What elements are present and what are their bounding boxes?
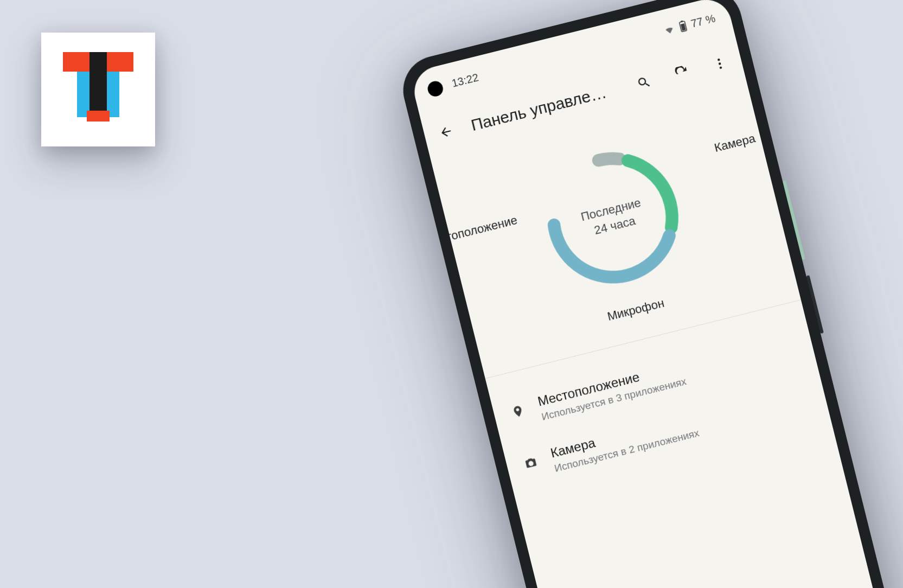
svg-point-7 [718,58,720,61]
page-title: Панель управле… [469,80,621,135]
back-button[interactable] [430,116,462,148]
location-pin-icon [508,401,529,422]
donut-center-label: Последние 24 часа [527,132,698,303]
status-time: 13:22 [451,71,480,90]
battery-icon [678,19,688,33]
svg-rect-5 [681,20,683,22]
search-button[interactable] [628,67,659,98]
svg-point-9 [719,66,722,69]
phone-mockup: 13:22 77 % [396,0,903,588]
svg-rect-2 [89,52,107,111]
chart-label-microphone[interactable]: Микрофон [606,296,665,324]
overflow-menu-button[interactable] [704,48,735,79]
battery-percent: 77 % [689,12,716,30]
camera-icon [520,452,541,474]
phone-body: 13:22 77 % [396,0,903,588]
refresh-button[interactable] [666,57,697,89]
svg-point-8 [718,62,721,65]
phone-screen: 13:22 77 % [409,0,890,588]
brand-logo-card [41,33,155,146]
chart-label-camera[interactable]: Камера [713,131,757,155]
chart-label-location[interactable]: естоположение [432,213,518,247]
svg-rect-3 [87,111,110,122]
brand-logo [63,52,133,128]
wifi-icon [662,22,677,37]
